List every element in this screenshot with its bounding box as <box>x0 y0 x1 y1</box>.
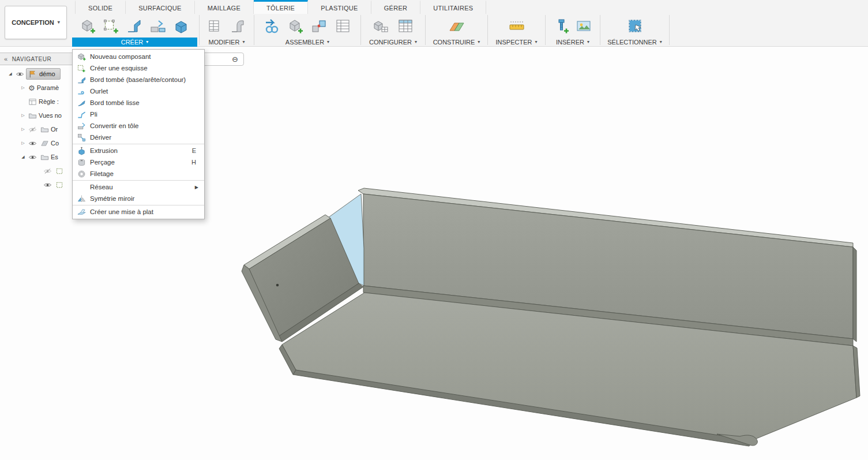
tree-item-regle[interactable]: Règle : <box>0 95 72 109</box>
select-window-icon[interactable] <box>626 17 644 35</box>
tree-collapsed-icon[interactable]: ▷ <box>20 85 27 90</box>
sheet-metal-rule-icon[interactable] <box>206 17 225 35</box>
tree-item-origine[interactable]: ▷ Or <box>0 122 72 136</box>
eye-visible-icon[interactable] <box>28 153 37 162</box>
insert-fastener-icon[interactable] <box>553 17 571 35</box>
tree-item-vues-nommees[interactable]: ▷ Vues no <box>0 109 72 122</box>
tab-solide[interactable]: SOLIDE <box>75 0 126 14</box>
menu-item-filetage[interactable]: Filetage <box>73 168 204 179</box>
extrude-solid-icon[interactable] <box>172 17 190 35</box>
menu-item-extrusion[interactable]: Extrusion E <box>73 145 204 156</box>
tab-surfacique[interactable]: SURFACIQUE <box>126 0 195 14</box>
insert-canvas-icon[interactable] <box>574 17 593 35</box>
sketch-icon <box>55 181 64 189</box>
toolbar-group-configurer: CONFIGURER ▾ <box>362 14 424 47</box>
group-dropdown-inserer[interactable]: INSÉRER ▾ <box>547 38 599 47</box>
tab-gerer[interactable]: GÉRER <box>371 0 421 14</box>
tab-maillage[interactable]: MAILLAGE <box>195 0 254 14</box>
menu-item-label: Convertir en tôle <box>90 122 200 129</box>
tree-collapsed-icon[interactable]: ▷ <box>20 113 27 118</box>
tab-label: PLASTIQUE <box>321 5 358 12</box>
menu-item-pli[interactable]: Pli <box>73 109 204 120</box>
navigator-header: « NAVIGATEUR <box>0 53 75 65</box>
group-label: CRÉER <box>121 39 144 46</box>
new-component-assemble-icon[interactable] <box>287 17 305 35</box>
tab-tolerie[interactable]: TÔLERIE <box>254 0 308 14</box>
menu-item-percage[interactable]: Perçage H <box>73 156 204 168</box>
caret-down-icon: ▾ <box>327 40 329 44</box>
configuration-icon[interactable] <box>371 17 390 35</box>
tree-item-sketch-1[interactable] <box>0 164 72 178</box>
tab-label: TÔLERIE <box>266 5 295 12</box>
eye-hidden-icon[interactable] <box>43 167 52 175</box>
menu-item-label: Extrusion <box>90 147 188 154</box>
tree-item-label: Or <box>51 126 58 133</box>
tree-item-esquisses[interactable]: ◢ Es <box>0 150 72 164</box>
tab-utilitaires[interactable]: UTILITAIRES <box>420 0 486 14</box>
insert-derive-icon[interactable] <box>263 17 281 35</box>
construction-plane-icon[interactable] <box>448 17 466 35</box>
menu-item-creer-une-esquisse[interactable]: Créer une esquisse <box>73 62 204 74</box>
group-dropdown-construire[interactable]: CONSTRUIRE ▾ <box>427 38 486 47</box>
submenu-arrow-icon: ▶ <box>195 185 200 190</box>
document-flag-icon <box>28 70 37 78</box>
convert-to-sheet-metal-icon[interactable] <box>149 17 167 35</box>
tab-label: UTILITAIRES <box>433 5 473 12</box>
tree-expanded-icon[interactable]: ◢ <box>7 72 14 76</box>
tab-plastique[interactable]: PLASTIQUE <box>308 0 371 14</box>
mirror-icon <box>77 195 86 203</box>
menu-item-deriver[interactable]: Dériver <box>73 132 204 143</box>
measure-icon[interactable] <box>508 17 526 35</box>
group-dropdown-assembler[interactable]: ASSEMBLER ▾ <box>255 38 359 47</box>
tree-collapsed-icon[interactable]: ▷ <box>20 127 27 132</box>
bend-icon <box>77 110 86 119</box>
tab-label: SURFACIQUE <box>138 5 182 12</box>
selectionner-icons <box>602 14 668 38</box>
menu-item-bord-tombe[interactable]: Bord tombé (base/arête/contour) <box>73 74 204 85</box>
tree-item-parametres[interactable]: ▷ ⚙ Paramè <box>0 81 72 95</box>
menu-item-symetrie-miroir[interactable]: Symétrie miroir <box>73 193 204 204</box>
group-dropdown-selectionner[interactable]: SÉLECTIONNER ▾ <box>602 38 668 47</box>
collapse-panel-icon[interactable]: « <box>4 55 8 62</box>
eye-visible-icon[interactable] <box>28 139 37 148</box>
tree-item-corps[interactable]: ▷ Co <box>0 136 72 150</box>
eye-hidden-icon[interactable] <box>28 125 37 134</box>
group-dropdown-creer[interactable]: CRÉER ▾ <box>72 38 197 47</box>
bom-list-icon[interactable] <box>333 17 352 35</box>
hem-icon <box>77 87 86 96</box>
new-component-icon <box>77 53 86 61</box>
tree-collapsed-icon[interactable]: ▷ <box>20 141 27 145</box>
group-dropdown-modifier[interactable]: MODIFIER ▾ <box>201 38 253 47</box>
eye-visible-icon[interactable] <box>43 181 52 189</box>
menu-item-convertir-en-tole[interactable]: Convertir en tôle <box>73 120 204 132</box>
configuration-table-icon[interactable] <box>396 17 415 35</box>
eye-visible-icon[interactable] <box>16 70 24 78</box>
toolbar-group-inserer: INSÉRER ▾ <box>547 14 599 47</box>
menu-item-creer-une-mise-a-plat[interactable]: Créer une mise à plat <box>73 206 204 218</box>
joint-icon[interactable] <box>310 17 328 35</box>
convert-to-sheet-metal-icon <box>77 122 86 130</box>
root-document-pill[interactable]: démo <box>26 68 61 80</box>
tree-expanded-icon[interactable]: ◢ <box>20 155 27 159</box>
group-label: MODIFIER <box>209 39 240 46</box>
group-separator <box>425 15 426 45</box>
flat-pattern-icon <box>77 208 86 216</box>
menu-item-nouveau-composant[interactable]: Nouveau composant <box>73 51 204 62</box>
menu-item-bord-tombe-lisse[interactable]: Bord tombé lisse <box>73 97 204 109</box>
create-sketch-icon[interactable] <box>102 17 121 35</box>
menu-item-label: Dériver <box>90 134 200 141</box>
menu-item-reseau[interactable]: Réseau ▶ <box>73 181 204 193</box>
group-dropdown-configurer[interactable]: CONFIGURER ▾ <box>362 38 424 47</box>
flange-icon[interactable] <box>125 17 144 35</box>
tree-item-sketch-2[interactable] <box>0 178 72 192</box>
group-dropdown-inspecter[interactable]: INSPECTER ▾ <box>489 38 544 47</box>
new-component-icon[interactable] <box>79 17 97 35</box>
group-label: CONFIGURER <box>369 39 412 46</box>
menu-item-label: Créer une mise à plat <box>90 208 200 215</box>
tree-item-root[interactable]: ◢ démo <box>0 67 72 81</box>
menu-item-ourlet[interactable]: Ourlet <box>73 85 204 97</box>
toolbar-area: CONCEPTION ▾ SOLIDE SURFACIQUE MAILLAGE … <box>0 0 868 47</box>
circled-minus-icon[interactable]: ⊖ <box>232 55 238 63</box>
gear-icon: ⚙ <box>28 84 35 92</box>
unfold-icon[interactable] <box>228 17 247 35</box>
